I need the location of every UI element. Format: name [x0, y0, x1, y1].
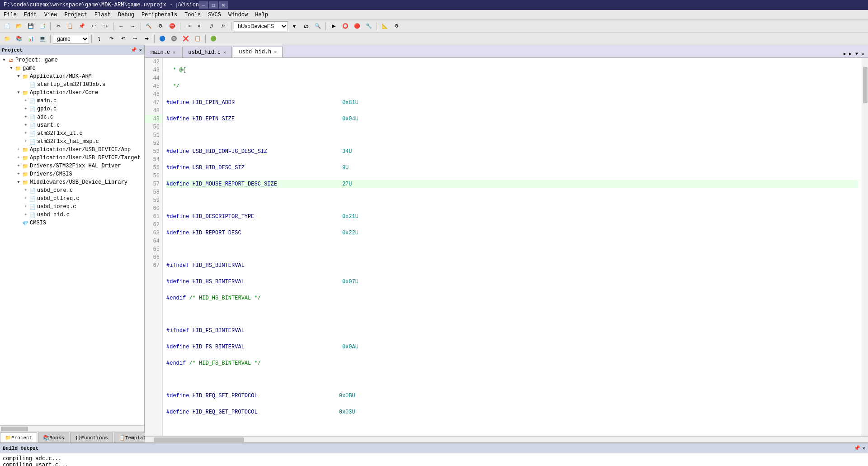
unindent-btn[interactable]: ⇤ — [194, 21, 205, 31]
toggle-mainc[interactable]: + — [23, 98, 29, 104]
close-mainc-btn[interactable]: ✕ — [173, 50, 175, 55]
tab-close-all[interactable]: ✕ — [860, 50, 866, 57]
uncomment-btn[interactable]: /* — [218, 21, 229, 31]
close-usbdhidc-btn[interactable]: ✕ — [223, 50, 226, 55]
indent-btn[interactable]: ⇥ — [183, 21, 193, 31]
tree-usb-app[interactable]: + 📁 Application/User/USB_DEVICE/App — [1, 146, 143, 154]
clear-bp-btn[interactable]: ❌ — [180, 34, 191, 44]
tab-functions[interactable]: {} Functions — [70, 433, 113, 442]
tree-drivers-cmsis[interactable]: + 📁 Drivers/CMSIS — [1, 170, 143, 178]
panel-close-btn[interactable]: ✕ — [139, 47, 142, 53]
toggle-usartc[interactable]: + — [23, 122, 29, 128]
toggle-game[interactable]: ▼ — [8, 65, 14, 71]
tree-usb-target[interactable]: + 📁 Application/User/USB_DEVICE/Target — [1, 154, 143, 162]
menu-item-peripherals[interactable]: Peripherals — [138, 10, 181, 19]
open-btn[interactable]: 📂 — [14, 21, 24, 31]
redo-btn[interactable]: ↪ — [100, 21, 111, 31]
tree-game[interactable]: ▼ 📁 game — [1, 64, 143, 72]
menu-item-file[interactable]: File — [0, 10, 20, 19]
toggle-gpioc[interactable]: + — [23, 106, 29, 112]
search-btn[interactable]: 🔍 — [312, 21, 323, 31]
step-out-btn[interactable]: ↶ — [118, 34, 128, 44]
toggle-usbapp[interactable]: + — [15, 147, 22, 153]
tree-usbd-ctlreq[interactable]: + 📄 usbd_ctlreq.c — [1, 195, 143, 203]
proj-view-btn[interactable]: 📁 — [2, 34, 13, 44]
save-btn[interactable]: 💾 — [25, 21, 36, 31]
bp-list-btn[interactable]: 📋 — [192, 34, 203, 44]
toggle-usbdctlreq[interactable]: + — [23, 195, 29, 202]
tab-dropdown[interactable]: ▼ — [854, 51, 860, 57]
fwd-btn[interactable]: → — [127, 21, 138, 31]
tree-usbd-ioreq[interactable]: + 📄 usbd_ioreq.c — [1, 203, 143, 211]
manage-btn[interactable]: 🗂 — [301, 21, 311, 31]
tree-adc-c[interactable]: + 📄 adc.c — [1, 113, 143, 121]
tree-usart-c[interactable]: + 📄 usart.c — [1, 121, 143, 129]
tree-mdk-arm[interactable]: ▼ 📁 Application/MDK-ARM — [1, 72, 143, 81]
editor-tab-main-c[interactable]: main.c ✕ — [145, 47, 181, 57]
toggle-adcc[interactable]: + — [23, 114, 29, 120]
code-content[interactable]: * @{ */ #define HID_EPIN_ADDR 0x81U #def… — [163, 58, 862, 436]
mem-btn[interactable]: 💻 — [37, 34, 48, 44]
toggle-usbdhid[interactable]: + — [23, 212, 29, 218]
enable-bp-btn[interactable]: 🔘 — [169, 34, 179, 44]
tree-project-root[interactable]: ▼ 🗂 Project: game — [1, 56, 143, 64]
close-button[interactable]: ✕ — [219, 1, 228, 9]
insert-bp-btn[interactable]: 🔵 — [157, 34, 168, 44]
tree-usbd-core[interactable]: + 📄 usbd_core.c — [1, 186, 143, 195]
menu-item-tools[interactable]: Tools — [181, 10, 204, 19]
close-usbdhidh-btn[interactable]: ✕ — [274, 49, 277, 55]
project-dropdown[interactable]: game — [53, 34, 89, 44]
toggle-middlewares[interactable]: ▼ — [15, 179, 22, 185]
tree-stm32f1xx-hal[interactable]: + 📄 stm32f1xx_hal_msp.c — [1, 138, 143, 146]
step-in-btn[interactable]: ⤵ — [94, 34, 105, 44]
comment-btn[interactable]: // — [206, 21, 217, 31]
rebuild-btn[interactable]: ⚙ — [155, 21, 166, 31]
tree-drivers-stm32[interactable]: + 📁 Drivers/STM32F1xx_HAL_Driver — [1, 162, 143, 170]
target-dropdown[interactable]: hUsbDeviceFS — [234, 21, 288, 31]
toggle-root[interactable]: ▼ — [1, 57, 7, 63]
step-over-btn[interactable]: ↷ — [106, 34, 117, 44]
menu-item-edit[interactable]: Edit — [20, 10, 41, 19]
toggle-usbtarget[interactable]: + — [15, 155, 22, 161]
tree-cmsis[interactable]: 💎 CMSIS — [1, 219, 143, 227]
tab-books[interactable]: 📚 Books — [38, 433, 69, 442]
layout-btn[interactable]: 📐 — [379, 21, 390, 31]
toggle-usbdcore[interactable]: + — [23, 187, 29, 194]
settings-btn[interactable]: ⚙ — [391, 21, 402, 31]
new-file-btn[interactable]: 📄 — [2, 21, 13, 31]
menu-item-svcs[interactable]: SVCS — [204, 10, 225, 19]
tab-scroll-left[interactable]: ◀ — [841, 50, 847, 57]
menu-item-help[interactable]: Help — [251, 10, 272, 19]
menu-item-view[interactable]: View — [41, 10, 61, 19]
copy-btn[interactable]: 📋 — [65, 21, 75, 31]
editor-vscrollbar[interactable] — [862, 58, 868, 436]
toggle-stmit[interactable]: + — [23, 130, 29, 137]
build-pin-btn[interactable]: 📌 — [854, 445, 860, 451]
book-view-btn[interactable]: 📚 — [14, 34, 24, 44]
menu-item-project[interactable]: Project — [61, 10, 90, 19]
minimize-button[interactable]: ─ — [199, 1, 208, 9]
tree-startup[interactable]: 📄 startup_stm32f103xb.s — [1, 81, 143, 89]
menu-item-flash[interactable]: Flash — [91, 10, 114, 19]
back-btn[interactable]: ← — [116, 21, 127, 31]
undo-btn[interactable]: ↩ — [88, 21, 99, 31]
toggle-mdk[interactable]: ▼ — [15, 73, 22, 80]
tree-app-core[interactable]: ▼ 📁 Application/User/Core — [1, 89, 143, 97]
run-btn[interactable]: ⭕ — [340, 21, 351, 31]
debug-btn[interactable]: ▶ — [328, 21, 339, 31]
toggle-appcore[interactable]: ▼ — [15, 90, 22, 96]
hexfile-btn[interactable]: 🟢 — [208, 34, 219, 44]
editor-hscrollbar[interactable] — [145, 436, 868, 442]
stop-btn[interactable]: ⛔ — [167, 21, 178, 31]
tab-project[interactable]: 📁 Project — [0, 433, 37, 442]
save-all-btn[interactable]: 📑 — [37, 21, 48, 31]
toggle-drvcmsis[interactable]: + — [15, 171, 22, 177]
tree-usbd-hid[interactable]: + 📄 usbd_hid.c — [1, 211, 143, 219]
tree-gpio-c[interactable]: + 📄 gpio.c — [1, 105, 143, 113]
tree-middlewares[interactable]: ▼ 📁 Middlewares/USB_Device_Library — [1, 178, 143, 186]
panel-pin-btn[interactable]: 📌 — [131, 47, 137, 53]
toggle-stmhal[interactable]: + — [23, 138, 29, 145]
tab-scroll-right[interactable]: ▶ — [847, 50, 854, 57]
cut-btn[interactable]: ✂ — [53, 21, 64, 31]
build-btn[interactable]: 🔨 — [143, 21, 154, 31]
